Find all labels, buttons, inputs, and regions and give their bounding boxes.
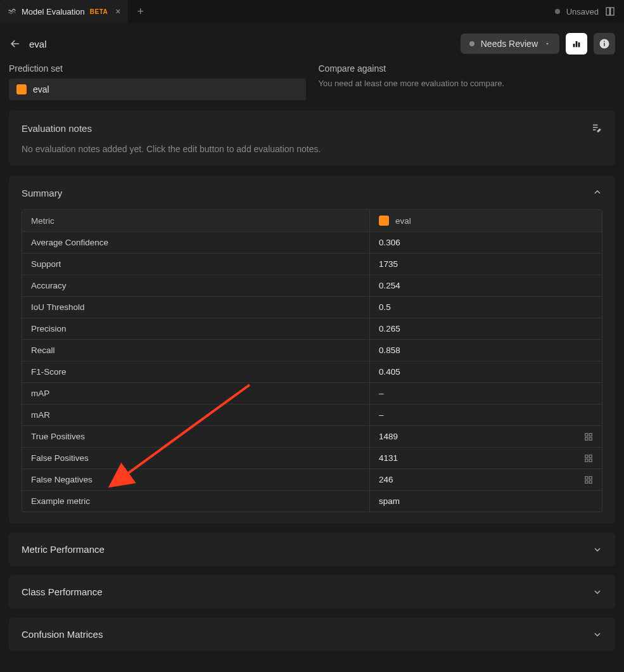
table-row: Support1735 bbox=[22, 253, 602, 275]
header: eval Needs Review bbox=[0, 23, 624, 63]
metric-name: IoU Threshold bbox=[22, 297, 370, 318]
notes-empty-text: No evaluation notes added yet. Click the… bbox=[22, 144, 602, 154]
tab-model-evaluation[interactable]: Model Evaluation BETA × bbox=[0, 0, 128, 23]
eval-swatch-icon bbox=[16, 84, 27, 94]
svg-rect-18 bbox=[585, 481, 588, 483]
collapse-summary-button[interactable] bbox=[592, 187, 602, 199]
header-actions: Needs Review bbox=[461, 33, 615, 55]
metric-name: False Positives bbox=[22, 448, 370, 468]
svg-rect-2 bbox=[573, 44, 575, 47]
metric-value: – bbox=[370, 404, 602, 425]
evaluation-notes-card: Evaluation notes No evaluation notes add… bbox=[9, 110, 615, 165]
metric-performance-section[interactable]: Metric Performance bbox=[9, 533, 615, 566]
svg-rect-15 bbox=[589, 459, 592, 462]
svg-rect-9 bbox=[589, 433, 592, 436]
table-row: Example metricspam bbox=[22, 490, 602, 512]
page-title: eval bbox=[29, 39, 47, 49]
notes-title: Evaluation notes bbox=[22, 123, 92, 134]
col-eval-label: eval bbox=[395, 216, 411, 226]
svg-rect-12 bbox=[585, 455, 588, 457]
metric-value: 0.405 bbox=[370, 361, 602, 382]
status-dropdown[interactable]: Needs Review bbox=[461, 34, 559, 54]
chevron-down-icon bbox=[544, 41, 551, 47]
chart-button[interactable] bbox=[566, 33, 587, 55]
beta-badge: BETA bbox=[90, 8, 108, 15]
summary-card: Summary Metric eval Average Confidence0.… bbox=[9, 176, 615, 524]
status-label: Needs Review bbox=[481, 39, 538, 49]
info-button[interactable] bbox=[594, 33, 615, 55]
table-row: False Negatives246 bbox=[22, 468, 602, 490]
svg-rect-16 bbox=[585, 476, 588, 479]
metric-name: True Positives bbox=[22, 426, 370, 447]
chevron-down-icon bbox=[592, 545, 602, 555]
compare-label: Compare against bbox=[319, 63, 616, 74]
edit-icon bbox=[591, 122, 602, 133]
metric-value: 0.265 bbox=[370, 318, 602, 339]
table-row: F1-Score0.405 bbox=[22, 361, 602, 382]
svg-rect-8 bbox=[585, 433, 588, 436]
metric-value: 246 bbox=[370, 469, 602, 490]
edit-notes-button[interactable] bbox=[591, 122, 602, 135]
chevron-up-icon bbox=[592, 187, 602, 197]
svg-rect-19 bbox=[589, 481, 592, 483]
svg-rect-7 bbox=[604, 41, 605, 42]
grid-icon[interactable] bbox=[584, 454, 593, 463]
metric-name: Example metric bbox=[22, 491, 370, 512]
metric-value: 1735 bbox=[370, 254, 602, 275]
confusion-matrices-section[interactable]: Confusion Matrices bbox=[9, 617, 615, 651]
svg-rect-3 bbox=[576, 41, 578, 47]
metric-performance-title: Metric Performance bbox=[22, 544, 105, 555]
metric-name: Average Confidence bbox=[22, 232, 370, 253]
metric-value: spam bbox=[370, 491, 602, 512]
class-performance-title: Class Performance bbox=[22, 586, 103, 597]
close-icon[interactable]: × bbox=[115, 6, 120, 16]
metric-name: Accuracy bbox=[22, 275, 370, 296]
svg-rect-13 bbox=[589, 455, 592, 457]
summary-header-row: Metric eval bbox=[22, 210, 602, 231]
tab-title: Model Evaluation bbox=[22, 7, 85, 16]
chevron-down-icon bbox=[592, 587, 602, 597]
class-performance-section[interactable]: Class Performance bbox=[9, 575, 615, 609]
tab-bar: Model Evaluation BETA × + Unsaved bbox=[0, 0, 624, 23]
add-tab-button[interactable]: + bbox=[128, 6, 153, 17]
metric-name: mAP bbox=[22, 383, 370, 404]
prediction-set-value: eval bbox=[33, 84, 49, 94]
compare-col: Compare against You need at least one mo… bbox=[319, 63, 616, 100]
prediction-set-label: Prediction set bbox=[9, 63, 306, 74]
prediction-set-select[interactable]: eval bbox=[9, 79, 306, 100]
svg-rect-11 bbox=[589, 437, 592, 440]
grid-icon[interactable] bbox=[584, 432, 593, 441]
layout-icon[interactable] bbox=[605, 6, 615, 16]
metric-value: – bbox=[370, 383, 602, 404]
prediction-set-col: Prediction set eval bbox=[9, 63, 306, 100]
metric-value: 0.254 bbox=[370, 275, 602, 296]
svg-rect-6 bbox=[604, 43, 605, 46]
back-button[interactable] bbox=[9, 37, 22, 50]
metric-value: 0.5 bbox=[370, 297, 602, 318]
metric-name: F1-Score bbox=[22, 361, 370, 382]
eval-tab-icon bbox=[8, 6, 16, 17]
metric-value: 0.858 bbox=[370, 340, 602, 361]
chevron-down-icon bbox=[592, 630, 602, 640]
metric-name: Recall bbox=[22, 340, 370, 361]
metric-name: mAR bbox=[22, 404, 370, 425]
table-row: Average Confidence0.306 bbox=[22, 231, 602, 253]
confusion-matrices-title: Confusion Matrices bbox=[22, 629, 103, 640]
table-row: Precision0.265 bbox=[22, 318, 602, 339]
info-icon bbox=[599, 38, 610, 49]
svg-rect-1 bbox=[611, 8, 614, 15]
summary-title: Summary bbox=[22, 188, 62, 198]
table-row: IoU Threshold0.5 bbox=[22, 296, 602, 318]
metric-name: Support bbox=[22, 254, 370, 275]
eval-swatch-icon bbox=[379, 216, 389, 226]
svg-rect-10 bbox=[585, 437, 588, 440]
table-row: mAR– bbox=[22, 404, 602, 425]
grid-icon[interactable] bbox=[584, 475, 593, 484]
metric-value: 4131 bbox=[370, 448, 602, 468]
svg-rect-17 bbox=[589, 476, 592, 479]
tab-bar-right: Unsaved bbox=[555, 6, 624, 16]
metric-name: False Negatives bbox=[22, 469, 370, 490]
compare-hint: You need at least one more evaluation to… bbox=[319, 79, 616, 88]
table-row: False Positives4131 bbox=[22, 447, 602, 468]
col-metric: Metric bbox=[22, 210, 370, 231]
